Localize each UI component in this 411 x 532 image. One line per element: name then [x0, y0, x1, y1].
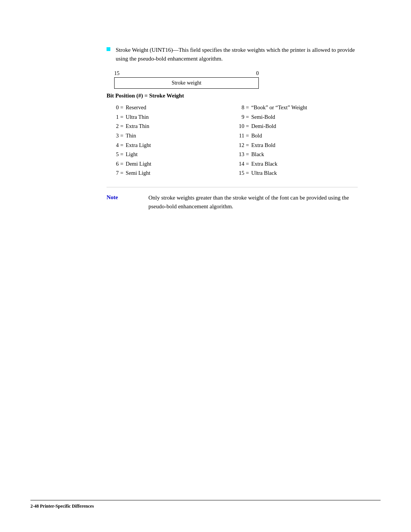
bit-eq-1: =	[120, 112, 123, 122]
bit-label-12: Extra Bold	[251, 141, 275, 150]
table-numbers: 15 0	[114, 70, 259, 77]
bit-row-2: 2 = Extra Thin	[107, 121, 232, 131]
bit-eq-3: =	[120, 131, 123, 141]
bit-label-7: Semi Light	[126, 168, 150, 178]
bit-label-6: Demi Light	[126, 159, 151, 169]
bit-num-10: 10	[232, 121, 244, 131]
bit-num-4: 4	[107, 141, 119, 150]
bit-label-8: “Book” or “Text” Weight	[251, 103, 307, 112]
bit-row-12: 12 = Extra Bold	[232, 141, 358, 150]
bit-num-7: 7	[107, 168, 119, 178]
bit-eq-5: =	[120, 150, 123, 159]
bit-label-2: Extra Thin	[126, 121, 149, 131]
bit-eq-0: =	[120, 103, 123, 112]
bit-list: 0 = Reserved 1 = Ultra Thin 2 = Extra Th…	[107, 103, 358, 178]
bit-num-11: 11	[232, 131, 244, 141]
bit-num-8: 8	[232, 103, 244, 112]
bit-eq-14: =	[246, 159, 249, 169]
bit-eq-6: =	[120, 159, 123, 169]
bit-num-14: 14	[232, 159, 244, 169]
bit-label-15: Ultra Black	[251, 168, 277, 178]
bit-eq-13: =	[246, 150, 249, 159]
bit-label-5: Light	[126, 150, 137, 159]
bit-eq-15: =	[246, 168, 249, 178]
bit-num-2: 2	[107, 121, 119, 131]
bit-num-9: 9	[232, 112, 244, 122]
bit-row-3: 3 = Thin	[107, 131, 232, 141]
bit-list-right: 8 = “Book” or “Text” Weight 9 = Semi-Bol…	[232, 103, 358, 178]
bit-num-5: 5	[107, 150, 119, 159]
bit-row-0: 0 = Reserved	[107, 103, 232, 112]
bit-eq-11: =	[246, 131, 249, 141]
stroke-weight-table-wrapper: 15 0 Stroke weight	[114, 70, 259, 89]
note-section: Note Only stroke weights greater than th…	[107, 187, 358, 211]
bit-num-15: 15	[232, 168, 244, 178]
bit-eq-2: =	[120, 121, 123, 131]
note-text: Only stroke weights greater than the str…	[148, 193, 358, 211]
content-area: Stroke Weight (UINT16)—This field specif…	[107, 46, 358, 211]
bit-eq-8: =	[246, 103, 249, 112]
footer-text: 2-48 Printer-Specific Differences	[30, 503, 94, 509]
bit-num-13: 13	[232, 150, 244, 159]
bit-row-10: 10 = Demi-Bold	[232, 121, 358, 131]
stroke-weight-cell: Stroke weight	[115, 78, 259, 89]
bit-row-5: 5 = Light	[107, 150, 232, 159]
bit-label-9: Semi-Bold	[251, 112, 275, 122]
note-label: Note	[107, 194, 141, 201]
table-row: Stroke weight	[115, 78, 259, 89]
bit-eq-4: =	[120, 141, 123, 150]
bit-row-11: 11 = Bold	[232, 131, 358, 141]
bit-eq-9: =	[246, 112, 249, 122]
bit-num-1: 1	[107, 112, 119, 122]
bit-num-0: 0	[107, 103, 119, 112]
bullet-icon	[107, 47, 110, 51]
bit-label-0: Reserved	[126, 103, 146, 112]
bit-num-12: 12	[232, 141, 244, 150]
bit-row-15: 15 = Ultra Black	[232, 168, 358, 178]
bullet-item: Stroke Weight (UINT16)—This field specif…	[107, 46, 358, 63]
bit-label-13: Black	[251, 150, 264, 159]
bit-label-4: Extra Light	[126, 141, 151, 150]
bit-position-heading: Bit Position (#) = Stroke Weight	[107, 93, 358, 99]
bit-label-3: Thin	[126, 131, 136, 141]
stroke-table: Stroke weight	[114, 77, 259, 89]
bit-row-6: 6 = Demi Light	[107, 159, 232, 169]
table-number-right: 0	[256, 70, 259, 77]
bit-label-14: Extra Black	[251, 159, 277, 169]
bit-eq-10: =	[246, 121, 249, 131]
bit-row-7: 7 = Semi Light	[107, 168, 232, 178]
page-footer: 2-48 Printer-Specific Differences	[30, 500, 381, 509]
bit-label-10: Demi-Bold	[251, 121, 276, 131]
bit-list-left: 0 = Reserved 1 = Ultra Thin 2 = Extra Th…	[107, 103, 232, 178]
bit-row-9: 9 = Semi-Bold	[232, 112, 358, 122]
bullet-text: Stroke Weight (UINT16)—This field specif…	[116, 46, 358, 63]
bit-row-1: 1 = Ultra Thin	[107, 112, 232, 122]
bit-row-8: 8 = “Book” or “Text” Weight	[232, 103, 358, 112]
bit-label-11: Bold	[251, 131, 262, 141]
page: Stroke Weight (UINT16)—This field specif…	[0, 0, 411, 532]
bit-row-4: 4 = Extra Light	[107, 141, 232, 150]
bit-label-1: Ultra Thin	[126, 112, 149, 122]
bit-eq-7: =	[120, 168, 123, 178]
bit-num-3: 3	[107, 131, 119, 141]
bit-eq-12: =	[246, 141, 249, 150]
bit-row-13: 13 = Black	[232, 150, 358, 159]
bit-row-14: 14 = Extra Black	[232, 159, 358, 169]
table-number-left: 15	[114, 70, 119, 77]
bit-num-6: 6	[107, 159, 119, 169]
